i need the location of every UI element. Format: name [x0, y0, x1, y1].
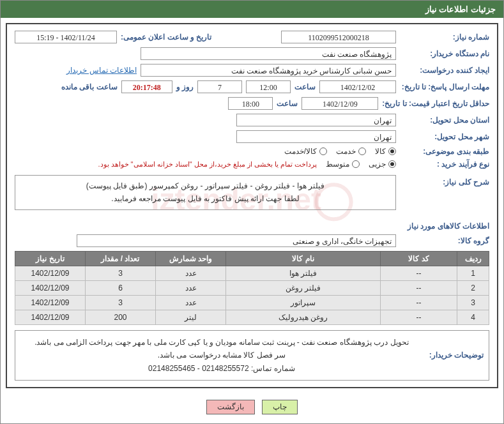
cell-name: فیلتر هوا — [226, 266, 381, 280]
delivery-city-value: تهران — [236, 130, 396, 143]
radio-both-label: کالا/خدمت — [284, 147, 317, 156]
cell-code: -- — [381, 266, 457, 280]
buyer-notes-line1: تحویل درب پژوهشگاه صنعت نفت - پرینت ثبت … — [20, 336, 423, 349]
cell-date: 1402/12/09 — [15, 295, 86, 310]
price-time-label: ساعت — [277, 99, 298, 108]
cell-code: -- — [381, 295, 457, 310]
table-row: 3--سپراتورعدد31402/12/09 — [15, 295, 489, 310]
cell-unit: عدد — [156, 280, 226, 295]
countdown-value: 20:17:48 — [121, 80, 172, 93]
radio-service[interactable] — [358, 148, 366, 155]
page-title-bar: جزئیات اطلاعات نیاز — [1, 1, 503, 18]
days-label: روز و — [176, 82, 194, 91]
row-reply-deadline: مهلت ارسال پاسخ: تا تاریخ: 1402/12/02 سا… — [15, 80, 489, 93]
cell-row: 4 — [457, 310, 489, 324]
cell-date: 1402/12/09 — [15, 280, 86, 295]
price-validity-label: حداقل تاریخ اعتبار قیمت: تا تاریخ: — [382, 99, 489, 108]
cell-row: 1 — [457, 266, 489, 280]
th-qty: تعداد / مقدار — [86, 251, 156, 266]
announce-value: 1402/11/24 - 15:19 — [15, 31, 117, 43]
row-general-desc: شرح کلی نیاز: فیلتر هوا - فیلتر روغن - ف… — [15, 172, 489, 216]
general-desc-line2: لطفا جهت ارائه پیش فاکتور به فایل پیوست … — [22, 192, 389, 205]
items-section-title: اطلاعات کالاهای مورد نیاز — [15, 222, 489, 231]
radio-medium[interactable] — [352, 160, 360, 168]
reply-deadline-label: مهلت ارسال پاسخ: تا تاریخ: — [400, 82, 489, 91]
table-row: 2--فیلتر روغنعدد61402/12/09 — [15, 280, 489, 295]
radio-goods-label: کالا — [375, 147, 386, 156]
general-desc-label: شرح کلی نیاز: — [400, 172, 489, 186]
buyer-notes-line2: سر فصل کالا مشابه درخواست می باشد. — [20, 349, 423, 361]
cell-name: سپراتور — [226, 295, 381, 310]
table-header-row: ردیف کد کالا نام کالا واحد شمارش تعداد /… — [15, 251, 489, 266]
print-button[interactable]: چاپ — [262, 400, 298, 414]
row-delivery-city: شهر محل تحویل: تهران — [15, 130, 489, 143]
th-row: ردیف — [457, 251, 489, 266]
cell-name: روغن هیدرولیک — [226, 310, 381, 324]
cell-unit: عدد — [156, 295, 226, 310]
cell-qty: 3 — [86, 266, 156, 280]
subject-class-group: کالا خدمت کالا/خدمت — [284, 147, 396, 156]
row-requester: ایجاد کننده درخواست: حسن شبانی کارشناس خ… — [15, 64, 489, 77]
cell-code: -- — [381, 280, 457, 295]
radio-both[interactable] — [319, 148, 327, 155]
cell-date: 1402/12/09 — [15, 266, 86, 280]
buyer-notes-label: توضیحات خریدار: — [429, 351, 484, 360]
contact-buyer-link[interactable]: اطلاعات تماس خریدار — [66, 66, 137, 75]
page-title: جزئیات اطلاعات نیاز — [425, 4, 496, 14]
price-validity-time: 18:00 — [228, 97, 273, 110]
requester-label: ایجاد کننده درخواست: — [400, 66, 489, 75]
general-desc-box: فیلتر هوا - فیلتر روغن - فیلتر سپراتور -… — [15, 175, 396, 210]
buyer-notes-box: توضیحات خریدار: تحویل درب پژوهشگاه صنعت … — [15, 330, 489, 381]
need-number-value: 1102099512000218 — [281, 31, 396, 43]
table-row: 4--روغن هیدرولیکلیتر2001402/12/09 — [15, 310, 489, 324]
cell-code: -- — [381, 310, 457, 324]
content-panel: iztender.net شماره نیاز: 110209951200021… — [6, 23, 498, 388]
cell-row: 2 — [457, 280, 489, 295]
table-row: 1--فیلتر هواعدد31402/12/09 — [15, 266, 489, 280]
buyer-org-value: پژوهشگاه صنعت نفت — [141, 47, 396, 60]
announce-label: تاریخ و ساعت اعلان عمومی: — [121, 33, 211, 42]
need-number-label: شماره نیاز: — [400, 33, 489, 42]
purchase-type-label: نوع فرآیند خرید : — [400, 160, 489, 169]
row-subject-class: طبقه بندی موضوعی: کالا خدمت کالا/خدمت — [15, 147, 489, 156]
group-label: گروه کالا: — [400, 236, 489, 245]
cell-unit: لیتر — [156, 310, 226, 324]
cell-qty: 6 — [86, 280, 156, 295]
buyer-notes-line3: شماره تماس: 02148255572 - 02148255465 — [20, 362, 423, 375]
cell-row: 3 — [457, 295, 489, 310]
purchase-type-group: جزیی متوسط — [326, 160, 396, 169]
radio-minor[interactable] — [388, 160, 396, 168]
remaining-label: ساعت باقی مانده — [61, 82, 118, 91]
radio-goods[interactable] — [388, 148, 396, 155]
reply-deadline-time: 12:00 — [246, 80, 291, 93]
treasury-note: پرداخت تمام یا بخشی از مبلغ خرید،از محل … — [98, 160, 317, 169]
delivery-city-label: شهر محل تحویل: — [400, 132, 489, 141]
items-table: ردیف کد کالا نام کالا واحد شمارش تعداد /… — [15, 251, 489, 325]
reply-deadline-date: 1402/12/02 — [319, 80, 396, 93]
row-need-number: شماره نیاز: 1102099512000218 تاریخ و ساع… — [15, 31, 489, 43]
th-name: نام کالا — [226, 251, 381, 266]
requester-value: حسن شبانی کارشناس خرید پژوهشگاه صنعت نفت — [141, 64, 396, 77]
radio-medium-label: متوسط — [326, 160, 349, 169]
price-validity-date: 1402/12/09 — [302, 97, 378, 110]
cell-qty: 200 — [86, 310, 156, 324]
general-desc-line1: فیلتر هوا - فیلتر روغن - فیلتر سپراتور -… — [22, 179, 389, 192]
back-button[interactable]: بازگشت — [206, 400, 255, 414]
row-delivery-province: استان محل تحویل: تهران — [15, 114, 489, 126]
row-group: گروه کالا: تجهیزات خانگی، اداری و صنعتی — [15, 234, 489, 247]
th-date: تاریخ نیاز — [15, 251, 86, 266]
reply-time-label: ساعت — [294, 82, 316, 91]
th-unit: واحد شمارش — [156, 251, 226, 266]
footer-buttons: چاپ بازگشت — [1, 393, 503, 423]
radio-minor-label: جزیی — [369, 160, 386, 169]
group-value: تجهیزات خانگی، اداری و صنعتی — [77, 234, 396, 247]
th-code: کد کالا — [381, 251, 457, 266]
row-buyer-org: نام دستگاه خریدار: پژوهشگاه صنعت نفت — [15, 47, 489, 60]
row-price-validity: حداقل تاریخ اعتبار قیمت: تا تاریخ: 1402/… — [15, 97, 489, 110]
subject-class-label: طبقه بندی موضوعی: — [400, 147, 489, 156]
buyer-org-label: نام دستگاه خریدار: — [400, 49, 489, 58]
page-container: جزئیات اطلاعات نیاز iztender.net شماره ن… — [0, 0, 504, 424]
cell-qty: 3 — [86, 295, 156, 310]
row-purchase-type: نوع فرآیند خرید : جزیی متوسط پرداخت تمام… — [15, 160, 489, 169]
radio-service-label: خدمت — [336, 147, 356, 156]
